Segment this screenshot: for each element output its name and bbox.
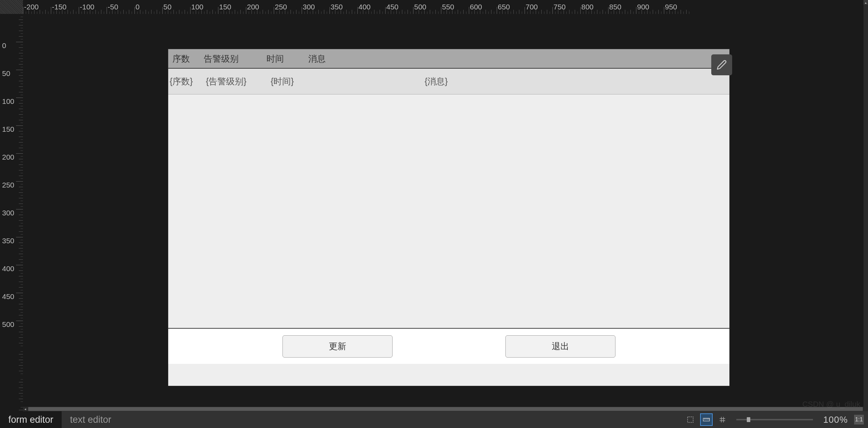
pencil-icon <box>716 60 727 70</box>
ruler-left-label: 100 <box>2 97 14 106</box>
scroll-left-arrow-icon[interactable]: ◂ <box>23 407 28 411</box>
cell-index-template: {序数} <box>170 76 206 87</box>
tab-form-editor[interactable]: form editor <box>0 411 62 428</box>
ruler-left-label: 450 <box>2 292 14 301</box>
exit-button[interactable]: 退出 <box>505 335 615 358</box>
selection-icon <box>686 415 695 424</box>
form-window[interactable]: 序数 告警级别 时间 消息 / {序数} {告警级别} {时间} {消息} 更新… <box>168 49 730 386</box>
zoom-slider[interactable] <box>736 419 813 420</box>
ruler-tool-button[interactable] <box>700 413 713 426</box>
table-header-row: 序数 告警级别 时间 消息 / <box>168 49 729 69</box>
cell-time-template: {时间} <box>271 76 425 87</box>
table-body-empty <box>168 94 729 329</box>
zoom-reset-button[interactable]: 1:1 <box>854 415 864 425</box>
zoom-slider-thumb[interactable] <box>747 417 750 422</box>
ruler-top-label: -200 <box>24 3 39 11</box>
ruler-left-label: 50 <box>2 69 10 78</box>
ruler-top-label: 0 <box>135 3 140 11</box>
grid-tool-button[interactable] <box>716 413 729 426</box>
ruler-left-label: 400 <box>2 265 14 273</box>
update-button[interactable]: 更新 <box>282 335 393 358</box>
ruler-left-label: 500 <box>2 320 14 329</box>
ruler-top-label: 50 <box>163 3 171 11</box>
design-canvas[interactable]: 序数 告警级别 时间 消息 / {序数} {告警级别} {时间} {消息} 更新… <box>23 14 863 411</box>
table-template-row[interactable]: {序数} {告警级别} {时间} {消息} <box>168 69 729 94</box>
header-col-time: 时间 <box>266 53 308 64</box>
ruler-top-label: -50 <box>108 3 118 11</box>
ruler-left-label: 250 <box>2 181 14 189</box>
ruler-left-label: 150 <box>2 125 14 133</box>
ruler-left-label: 200 <box>2 153 14 161</box>
status-tools: 100% 1:1 <box>684 413 868 426</box>
ruler-left-label: 0 <box>2 41 6 50</box>
status-bar: form editor text editor <box>0 411 868 428</box>
grid-icon <box>718 415 727 424</box>
cell-message-template: {消息} <box>425 76 728 87</box>
tab-text-editor[interactable]: text editor <box>62 411 120 428</box>
ruler-origin <box>0 0 23 14</box>
ruler-top-label: -150 <box>52 3 67 11</box>
vertical-scrollbar[interactable]: ▴ <box>863 0 868 411</box>
ruler-left-label: 300 <box>2 209 14 217</box>
ruler-icon <box>702 415 711 424</box>
header-col-message: 消息 <box>308 53 715 64</box>
selection-tool-button[interactable] <box>684 413 697 426</box>
form-footer: 更新 退出 <box>168 329 729 364</box>
svg-rect-0 <box>688 417 693 422</box>
ruler-top-label: -100 <box>80 3 94 11</box>
ruler-vertical[interactable]: 050100150200250300350400450500 <box>0 14 23 411</box>
ruler-left-label: 350 <box>2 237 14 245</box>
scroll-up-arrow-icon[interactable]: ▴ <box>864 1 867 4</box>
cell-alarm-level-template: {告警级别} <box>206 76 271 87</box>
edit-pencil-button[interactable] <box>711 54 732 75</box>
zoom-percent-label: 100% <box>823 414 848 425</box>
header-col-index: 序数 <box>172 53 204 64</box>
horizontal-scrollbar-thumb[interactable] <box>28 407 863 411</box>
header-col-alarm-level: 告警级别 <box>204 53 266 64</box>
horizontal-scrollbar[interactable]: ◂ <box>23 407 863 411</box>
ruler-horizontal[interactable]: -200-150-100-500501001502002503003504004… <box>23 0 863 14</box>
